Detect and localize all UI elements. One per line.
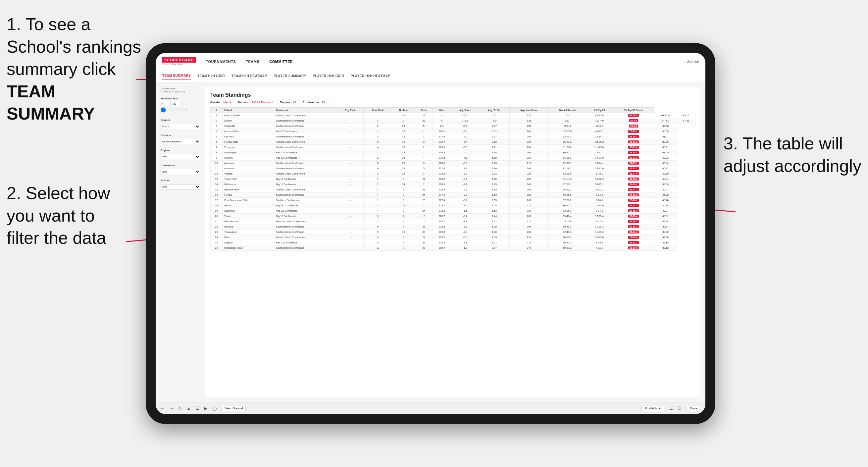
nav-tournaments[interactable]: TOURNAMENTS [206,58,236,65]
col-conf-rank[interactable]: Conf Rank [364,107,392,113]
forward-icon[interactable]: → [169,406,174,411]
col-avg-low-score[interactable]: Avg. Low Score [509,107,549,113]
col-reg-rank[interactable]: Reg Rank [337,107,364,113]
filter-max-input[interactable] [172,101,182,106]
table-cell: - [337,187,364,192]
table-cell: - [337,214,364,219]
table-row[interactable]: 6Florida StateAtlantic Coast Conference-… [211,139,695,145]
watch-button[interactable]: 👁 Watch ▼ [642,406,664,411]
table-row[interactable]: 14OklahomaBig 12 Conference-2242278.5-4.… [211,182,695,187]
back-icon[interactable]: ← [161,406,164,411]
table-cell: 17 [211,198,222,203]
table-cell: Arizona [222,155,274,161]
layout-icon[interactable]: ☷ [669,406,673,411]
table-cell: 87-21-2 [549,198,586,203]
table-row[interactable]: 22GeorgiaSoutheastern Conference-8721279… [211,224,695,229]
tab-team-h2h-grid[interactable]: TEAM H2H GRID [197,73,225,79]
table-cell: 1.53 [479,208,510,214]
tab-player-summary[interactable]: PLAYER SUMMARY [274,73,306,79]
filter-region-select[interactable]: N/A All [161,154,200,159]
share-icon[interactable]: ▲ [187,406,191,411]
filter-school-select[interactable]: (All) [161,184,200,189]
table-row[interactable]: 10AlabamaSoutheastern Conference-5233276… [211,161,695,166]
col-rank[interactable]: # [211,107,222,113]
bookmark-icon[interactable]: ☰ [196,406,199,411]
table-row[interactable]: 5Ole MissSoutheastern Conference-3181274… [211,134,695,139]
table-cell: Alabama [222,161,274,166]
filter-conference-select[interactable]: (All) [161,169,200,174]
tab-player-h2h-heatmap[interactable]: PLAYER H2H HEATMAP [351,73,390,79]
table-cell: Vanderbilt [222,124,274,129]
table-cell: Tennessee [222,145,274,150]
col-school[interactable]: School [222,107,274,113]
col-vs-top25[interactable]: Vs Top 25 [586,107,613,113]
sign-out[interactable]: Sign out [686,60,699,63]
col-adj-score[interactable]: Adj. Score [451,107,479,113]
table-cell: 18 [415,214,433,219]
table-row[interactable]: 21New MexicoMountain West Conference-141… [211,219,695,224]
table-row[interactable]: 16FloridaSoutheastern Conference-7924277… [211,192,695,198]
table-cell: Arizona State [222,129,274,134]
col-conference[interactable]: Conference [274,107,337,113]
table-cell: 11-38-2 [586,229,613,235]
table-row[interactable]: 4Arizona StatePac-12 Conference-1261274.… [211,129,695,134]
nav-teams[interactable]: TEAMS [246,58,259,65]
table-row[interactable]: 26Mississippi StateSoutheastern Conferen… [211,245,695,251]
tab-team-h2h-heatmap[interactable]: TEAM H2H HEATMAP [231,73,267,79]
col-vs-top50[interactable]: Vs Top 50 Points [613,107,654,113]
table-row[interactable]: 3VanderbiltSoutheastern Conference-22352… [211,124,695,129]
table-cell: 51-18-2 [613,182,654,187]
table-row[interactable]: 13Texas TechBig 12 Conference-1927276.0-… [211,177,695,182]
table-row[interactable]: 17East Tennessee StateSouthern Conferenc… [211,198,695,203]
table-row[interactable]: 25OregonPac-12 Conference-5821279.5-3.11… [211,240,695,245]
refresh-icon[interactable]: ↻ [179,406,182,411]
table-row[interactable]: 2AuburnSoutheastern Conference-19276273.… [211,118,695,124]
table-row[interactable]: 18IllinoisBig Ten Conference-1231279.1-1… [211,203,695,208]
table-cell: 27-17-1 [613,203,654,208]
tab-player-h2h-grid[interactable]: PLAYER H2H GRID [313,73,344,79]
table-cell: 23 [392,161,415,166]
table-row[interactable]: 1North CarolinaAtlantic Coast Conference… [211,113,695,118]
table-row[interactable]: 9ArizonaPac-12 Conference-2234276.3-4.61… [211,155,695,161]
table-row[interactable]: 23Texas A&MSoutheastern Conference-91030… [211,229,695,235]
tabs-icon[interactable]: ▶ [204,406,207,411]
table-cell: 4 [392,219,415,224]
table-cell: Atlantic Coast Conference [274,187,337,192]
col-overall-record[interactable]: Overall Record [549,107,586,113]
col-avg-to-par[interactable]: Avg. To Par [479,107,510,113]
table-row[interactable]: 19CaliforniaPac-12 Conference-4824278.2-… [211,208,695,214]
table-row[interactable]: 8WashingtonPac-12 Conference-2231276.3-6… [211,150,695,155]
table-cell: 7 [364,192,392,198]
tab-team-summary[interactable]: TEAM SUMMARY [162,72,191,80]
col-wins[interactable]: Wins [433,107,451,113]
col-no-tour[interactable]: No Tour [392,107,415,113]
table-row[interactable]: 12VirginiaAtlantic Coast Conference-3241… [211,171,695,177]
table-cell: -4.4 [451,139,479,145]
table-cell: 1.98 [479,150,510,155]
table-row[interactable]: 7TennesseeSoutheastern Conference-418227… [211,145,695,150]
table-cell: 36-17-1 [613,166,654,171]
table-cell: 63-17-0 [654,113,677,118]
filter-gender-select[interactable]: Men's Women's [161,124,200,129]
main-content: Update time: 27/03/2024 16:56:26 Minimum… [156,82,705,402]
table-cell: 279.5 [433,240,451,245]
nav-committee[interactable]: COMMITTEE [269,58,293,65]
filter-min-input[interactable] [161,101,170,106]
expand-icon[interactable]: ❐ [678,406,682,411]
table-cell: 279.1 [433,203,451,208]
table-row[interactable]: 24DukeAtlantic Coast Conference-5927279.… [211,235,695,240]
table-row[interactable]: 20TexasBig 12 Conference-3718278.7-0.71.… [211,214,695,219]
table-cell: Virginia [222,171,274,177]
table-cell: 21 [211,219,222,224]
share-button[interactable]: Share [686,406,701,411]
table-cell: Pac-12 Conference [274,208,337,214]
col-rnds[interactable]: Rnds [415,107,433,113]
view-original-button[interactable]: View: Original [222,406,246,411]
filter-slider[interactable] [161,107,187,113]
clock-icon[interactable]: ◯ [212,406,217,411]
table-cell: Southeastern Conference [274,192,337,198]
table-cell: - [337,224,364,229]
filter-division-select[interactable]: NCAA Division I NCAA Division II [161,139,200,144]
table-row[interactable]: 11ArkansasSoutheastern Conference-623527… [211,166,695,171]
table-row[interactable]: 15Georgia TechAtlantic Coast Conference-… [211,187,695,192]
